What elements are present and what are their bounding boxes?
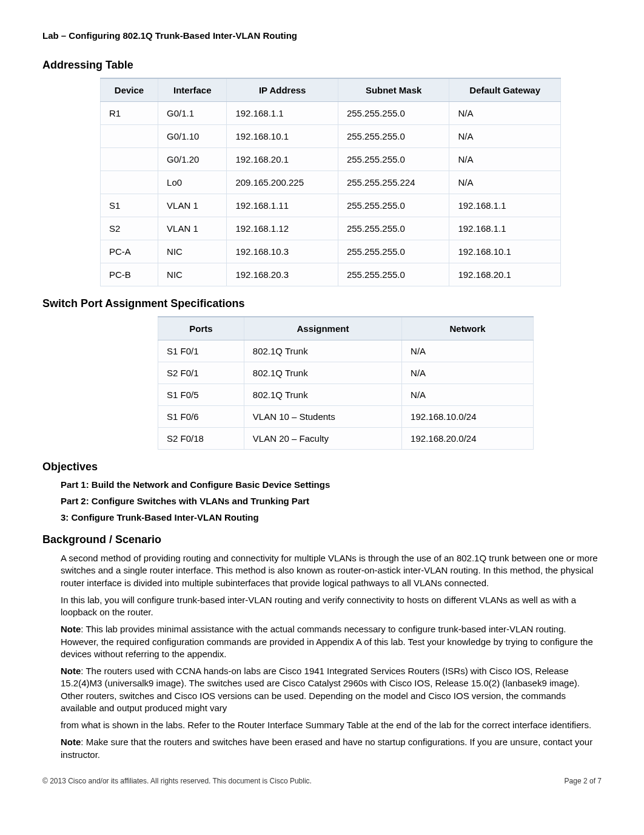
table-cell-network: 192.168.10.0/24 <box>402 406 534 428</box>
addr-col-interface: Interface <box>158 78 227 102</box>
table-cell-device: R1 <box>101 102 158 125</box>
footer-page-number: Page 2 of 7 <box>565 777 602 785</box>
objective-part1: Part 1: Build the Network and Configure … <box>61 479 602 490</box>
addr-col-ip: IP Address <box>227 78 338 102</box>
table-cell-gw: 192.168.10.1 <box>449 240 561 263</box>
addr-col-mask: Subnet Mask <box>338 78 449 102</box>
table-cell-device: S1 <box>101 194 158 217</box>
table-cell-network: N/A <box>402 384 534 406</box>
note-text: : This lab provides minimal assistance w… <box>61 624 593 659</box>
table-cell-mask: 255.255.255.0 <box>338 102 449 125</box>
background-p1: A second method of providing routing and… <box>61 552 602 589</box>
table-cell-gw: N/A <box>449 148 561 171</box>
table-cell-device: PC-A <box>101 240 158 263</box>
table-row: Lo0209.165.200.225255.255.255.224N/A <box>101 171 561 194</box>
table-cell-mask: 255.255.255.0 <box>338 148 449 171</box>
table-cell-mask: 255.255.255.0 <box>338 194 449 217</box>
table-cell-assignment: 802.1Q Trunk <box>244 340 401 362</box>
table-cell-gw: 192.168.20.1 <box>449 263 561 286</box>
table-cell-device <box>101 171 158 194</box>
addr-col-gw: Default Gateway <box>449 78 561 102</box>
table-cell-mask: 255.255.255.0 <box>338 217 449 240</box>
background-p6: Note: Make sure that the routers and swi… <box>61 736 602 761</box>
background-heading: Background / Scenario <box>42 533 602 546</box>
table-row: R1G0/1.1192.168.1.1255.255.255.0N/A <box>101 102 561 125</box>
table-cell-gw: N/A <box>449 125 561 148</box>
note-label: Note <box>61 737 81 747</box>
table-cell-network: N/A <box>402 340 534 362</box>
table-cell-assignment: VLAN 10 – Students <box>244 406 401 428</box>
table-cell-ports: S1 F0/6 <box>158 406 244 428</box>
table-cell-interface: VLAN 1 <box>158 217 227 240</box>
note-label: Note <box>61 624 81 634</box>
note-text: : Make sure that the routers and switche… <box>61 737 592 759</box>
table-cell-ip: 192.168.1.11 <box>227 194 338 217</box>
table-cell-network: N/A <box>402 362 534 384</box>
table-cell-gw: 192.168.1.1 <box>449 194 561 217</box>
table-cell-assignment: VLAN 20 – Faculty <box>244 428 401 450</box>
table-row: G0/1.20192.168.20.1255.255.255.0N/A <box>101 148 561 171</box>
table-cell-gw: N/A <box>449 102 561 125</box>
objective-part3: 3: Configure Trunk-Based Inter-VLAN Rout… <box>61 512 602 522</box>
table-cell-ip: 192.168.1.12 <box>227 217 338 240</box>
table-cell-ports: S1 F0/5 <box>158 384 244 406</box>
table-cell-mask: 255.255.255.0 <box>338 263 449 286</box>
table-row: S2VLAN 1192.168.1.12255.255.255.0192.168… <box>101 217 561 240</box>
table-cell-network: 192.168.20.0/24 <box>402 428 534 450</box>
table-cell-ip: 192.168.20.3 <box>227 263 338 286</box>
table-row: PC-ANIC192.168.10.3255.255.255.0192.168.… <box>101 240 561 263</box>
table-cell-interface: Lo0 <box>158 171 227 194</box>
table-cell-gw: N/A <box>449 171 561 194</box>
footer-copyright: © 2013 Cisco and/or its affiliates. All … <box>42 777 312 785</box>
table-cell-ip: 192.168.20.1 <box>227 148 338 171</box>
port-col-assignment: Assignment <box>244 317 401 340</box>
port-col-ports: Ports <box>158 317 244 340</box>
table-cell-interface: NIC <box>158 263 227 286</box>
addressing-table-heading: Addressing Table <box>42 59 602 72</box>
table-row: G0/1.10192.168.10.1255.255.255.0N/A <box>101 125 561 148</box>
table-cell-gw: 192.168.1.1 <box>449 217 561 240</box>
table-cell-device <box>101 148 158 171</box>
background-p5: from what is shown in the labs. Refer to… <box>61 719 602 731</box>
table-cell-ip: 209.165.200.225 <box>227 171 338 194</box>
table-row: S1 F0/5802.1Q TrunkN/A <box>158 384 534 406</box>
table-cell-ports: S2 F0/1 <box>158 362 244 384</box>
table-cell-interface: NIC <box>158 240 227 263</box>
addressing-table: Device Interface IP Address Subnet Mask … <box>100 78 561 286</box>
table-row: S1 F0/1802.1Q TrunkN/A <box>158 340 534 362</box>
table-cell-mask: 255.255.255.224 <box>338 171 449 194</box>
table-row: S1VLAN 1192.168.1.11255.255.255.0192.168… <box>101 194 561 217</box>
background-p2: In this lab, you will configure trunk-ba… <box>61 594 602 619</box>
table-row: S1 F0/6VLAN 10 – Students192.168.10.0/24 <box>158 406 534 428</box>
table-cell-mask: 255.255.255.0 <box>338 240 449 263</box>
table-cell-device: S2 <box>101 217 158 240</box>
background-p4: Note: The routers used with CCNA hands-o… <box>61 665 602 714</box>
table-cell-ip: 192.168.10.1 <box>227 125 338 148</box>
table-cell-interface: G0/1.10 <box>158 125 227 148</box>
table-cell-ports: S1 F0/1 <box>158 340 244 362</box>
table-cell-device: PC-B <box>101 263 158 286</box>
objectives-heading: Objectives <box>42 461 602 473</box>
page-header-title: Lab – Configuring 802.1Q Trunk-Based Int… <box>42 30 602 41</box>
objective-part2: Part 2: Configure Switches with VLANs an… <box>61 496 602 506</box>
page-footer: © 2013 Cisco and/or its affiliates. All … <box>42 777 602 785</box>
table-row: S2 F0/1802.1Q TrunkN/A <box>158 362 534 384</box>
background-p3: Note: This lab provides minimal assistan… <box>61 623 602 660</box>
table-cell-ports: S2 F0/18 <box>158 428 244 450</box>
table-cell-ip: 192.168.1.1 <box>227 102 338 125</box>
port-col-network: Network <box>402 317 534 340</box>
table-cell-interface: G0/1.20 <box>158 148 227 171</box>
note-text: : The routers used with CCNA hands-on la… <box>61 666 580 713</box>
addr-col-device: Device <box>101 78 158 102</box>
port-table: Ports Assignment Network S1 F0/1802.1Q T… <box>158 316 534 450</box>
table-cell-interface: VLAN 1 <box>158 194 227 217</box>
table-row: S2 F0/18VLAN 20 – Faculty192.168.20.0/24 <box>158 428 534 450</box>
switchport-heading: Switch Port Assignment Specifications <box>42 297 602 310</box>
table-cell-assignment: 802.1Q Trunk <box>244 362 401 384</box>
table-cell-assignment: 802.1Q Trunk <box>244 384 401 406</box>
table-cell-ip: 192.168.10.3 <box>227 240 338 263</box>
table-cell-interface: G0/1.1 <box>158 102 227 125</box>
note-label: Note <box>61 666 81 676</box>
table-cell-device <box>101 125 158 148</box>
table-row: PC-BNIC192.168.20.3255.255.255.0192.168.… <box>101 263 561 286</box>
